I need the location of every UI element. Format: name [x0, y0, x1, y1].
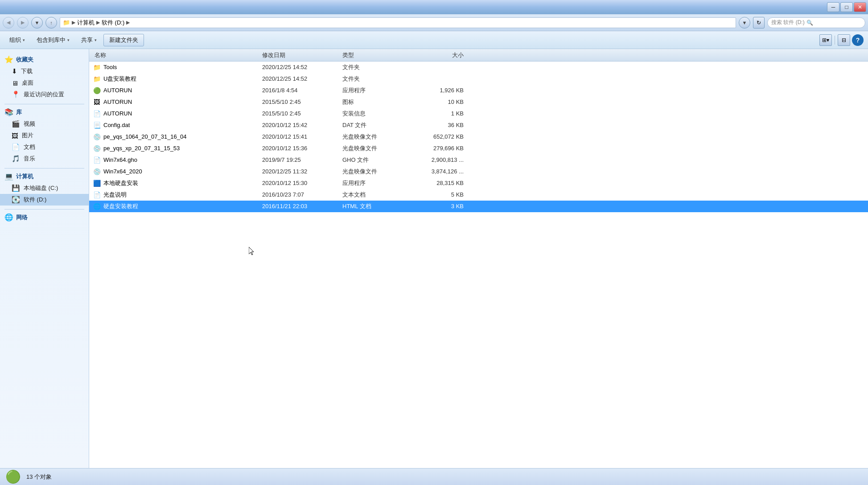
col-header-type[interactable]: 类型 — [342, 51, 414, 59]
titlebar: ─ □ ✕ — [0, 0, 868, 14]
up-button[interactable]: ↑ — [45, 17, 57, 29]
file-area: 名称 修改日期 类型 大小 📁Tools2020/12/25 14:52文件夹📁… — [89, 49, 868, 468]
documents-icon: 📄 — [12, 143, 20, 151]
share-button[interactable]: 共享 ▾ — [76, 34, 102, 46]
video-label: 视频 — [24, 120, 35, 128]
file-type: 光盘映像文件 — [342, 168, 414, 176]
sidebar-item-desktop[interactable]: 🖥 桌面 — [0, 77, 89, 89]
file-size: 10 KB — [414, 99, 467, 105]
file-date: 2019/9/7 19:25 — [262, 156, 342, 163]
sidebar-item-recent[interactable]: 📍 最近访问的位置 — [0, 89, 89, 100]
desktop-label: 桌面 — [22, 79, 33, 87]
sidebar-item-pictures[interactable]: 🖼 图片 — [0, 130, 89, 141]
breadcrumb-sep3: ▶ — [126, 20, 130, 25]
sidebar-item-d-drive[interactable]: 💽 软件 (D:) — [0, 194, 89, 206]
help-button[interactable]: ? — [852, 34, 864, 46]
favorites-label: 收藏夹 — [16, 56, 33, 64]
forward-button[interactable]: ▶ — [17, 17, 29, 29]
back-button[interactable]: ◀ — [3, 17, 14, 29]
file-type: 光盘映像文件 — [342, 133, 414, 141]
file-icon: 🌐 — [93, 203, 101, 210]
search-icon: 🔍 — [806, 20, 813, 26]
file-name: pe_yqs_1064_20_07_31_16_04 — [103, 133, 262, 140]
file-icon: 💿 — [93, 145, 101, 152]
file-row[interactable]: 📁Tools2020/12/25 14:52文件夹 — [89, 62, 868, 73]
breadcrumb-sep2: ▶ — [96, 20, 100, 25]
file-row[interactable]: 🖼AUTORUN2015/5/10 2:45图标10 KB — [89, 96, 868, 108]
maximize-button[interactable]: □ — [840, 2, 853, 12]
organize-button[interactable]: 组织 ▾ — [4, 34, 30, 46]
c-drive-icon: 💾 — [12, 184, 20, 192]
sidebar-header-library[interactable]: 📚 库 — [0, 106, 89, 118]
col-header-date[interactable]: 修改日期 — [262, 51, 342, 59]
include-button[interactable]: 包含到库中 ▾ — [32, 34, 74, 46]
sidebar-item-documents[interactable]: 📄 文档 — [0, 141, 89, 153]
organize-label: 组织 — [9, 36, 21, 44]
sidebar-header-computer[interactable]: 💻 计算机 — [0, 170, 89, 182]
file-date: 2016/1/8 4:54 — [262, 87, 342, 94]
col-header-name[interactable]: 名称 — [93, 51, 262, 59]
file-row[interactable]: 🟢AUTORUN2016/1/8 4:54应用程序1,926 KB — [89, 85, 868, 96]
file-size: 36 KB — [414, 122, 467, 128]
file-size: 2,900,813 ... — [414, 156, 467, 163]
file-type: 文件夹 — [342, 63, 414, 71]
file-row[interactable]: 📄光盘说明2016/10/23 7:07文本文档5 KB — [89, 189, 868, 201]
file-row[interactable]: 💿pe_yqs_1064_20_07_31_16_042020/10/12 15… — [89, 131, 868, 143]
file-date: 2020/12/25 14:52 — [262, 64, 342, 70]
file-name: 硬盘安装教程 — [103, 202, 262, 210]
file-type: 文本文档 — [342, 191, 414, 199]
recent-button[interactable]: ▼ — [31, 17, 43, 29]
sidebar-header-network[interactable]: 🌐 网络 — [0, 211, 89, 223]
toolbar-right: ⊞▾ ⊟ ? — [819, 34, 864, 46]
file-size: 1 KB — [414, 110, 467, 117]
sidebar-item-video[interactable]: 🎬 视频 — [0, 118, 89, 130]
sidebar-item-c-drive[interactable]: 💾 本地磁盘 (C:) — [0, 182, 89, 194]
sidebar-header-favorites[interactable]: ⭐ 收藏夹 — [0, 53, 89, 66]
sidebar-item-music[interactable]: 🎵 音乐 — [0, 153, 89, 164]
sidebar-item-downloads[interactable]: ⬇ 下载 — [0, 66, 89, 77]
breadcrumb-bar[interactable]: 📁 ▶ 计算机 ▶ 软件 (D:) ▶ — [60, 17, 736, 28]
new-folder-button[interactable]: 新建文件夹 — [103, 34, 144, 46]
file-row[interactable]: 💿pe_yqs_xp_20_07_31_15_532020/10/12 15:3… — [89, 143, 868, 154]
file-row[interactable]: 🟦本地硬盘安装2020/10/12 15:30应用程序28,315 KB — [89, 177, 868, 189]
refresh-button[interactable]: ↻ — [753, 17, 765, 29]
computer-label: 计算机 — [16, 173, 33, 181]
file-date: 2020/12/25 11:32 — [262, 168, 342, 175]
pictures-label: 图片 — [22, 132, 33, 140]
file-type: 安装信息 — [342, 110, 414, 118]
breadcrumb-computer[interactable]: 计算机 — [77, 19, 95, 27]
main-layout: ⭐ 收藏夹 ⬇ 下载 🖥 桌面 📍 最近访问的位置 📚 库 — [0, 49, 868, 468]
close-button[interactable]: ✕ — [854, 2, 866, 12]
file-row[interactable]: 📄AUTORUN2015/5/10 2:45安装信息1 KB — [89, 108, 868, 119]
view-toggle-button[interactable]: ⊞▾ — [819, 34, 832, 46]
file-row[interactable]: 📄Win7x64.gho2019/9/7 19:25GHO 文件2,900,81… — [89, 154, 868, 166]
minimize-button[interactable]: ─ — [827, 2, 839, 12]
search-bar[interactable]: 搜索 软件 (D:) 🔍 — [767, 17, 865, 28]
col-header-size[interactable]: 大小 — [414, 51, 467, 59]
breadcrumb-drive[interactable]: 软件 (D:) — [102, 19, 124, 27]
include-label: 包含到库中 — [37, 36, 66, 44]
file-type: 图标 — [342, 98, 414, 106]
toolbar-divider — [835, 36, 835, 45]
file-name: 本地硬盘安装 — [103, 179, 262, 187]
file-row[interactable]: 💿Win7x64_20202020/12/25 11:32光盘映像文件3,874… — [89, 166, 868, 177]
file-row[interactable]: 📁U盘安装教程2020/12/25 14:52文件夹 — [89, 73, 868, 85]
library-icon: 📚 — [4, 108, 13, 116]
breadcrumb-dropdown[interactable]: ▼ — [739, 17, 750, 29]
status-text: 13 个对象 — [26, 473, 52, 481]
file-type: 光盘映像文件 — [342, 144, 414, 152]
share-chevron: ▾ — [95, 38, 97, 42]
file-name: Win7x64_2020 — [103, 168, 262, 175]
d-drive-icon: 💽 — [12, 196, 20, 204]
sidebar-section-computer: 💻 计算机 💾 本地磁盘 (C:) 💽 软件 (D:) — [0, 170, 89, 206]
pictures-icon: 🖼 — [12, 132, 18, 140]
file-row[interactable]: 🌐硬盘安装教程2016/11/21 22:03HTML 文档3 KB — [89, 201, 868, 212]
file-row[interactable]: 📃Config.dat2020/10/12 15:42DAT 文件36 KB — [89, 119, 868, 131]
file-size: 5 KB — [414, 191, 467, 198]
file-name: AUTORUN — [103, 87, 262, 94]
preview-pane-button[interactable]: ⊟ — [838, 34, 850, 46]
desktop-icon: 🖥 — [12, 79, 18, 87]
file-icon: 📄 — [93, 191, 101, 198]
file-icon: 🟢 — [93, 87, 101, 94]
music-label: 音乐 — [24, 155, 35, 163]
